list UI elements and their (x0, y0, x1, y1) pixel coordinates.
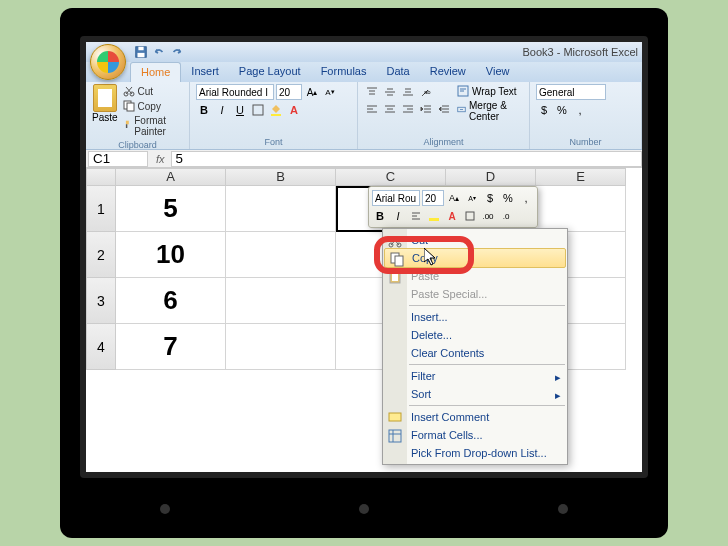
col-header-b[interactable]: B (226, 168, 336, 186)
cell-a1[interactable]: 5 (116, 186, 226, 232)
row-header-4[interactable]: 4 (86, 324, 116, 370)
tab-home[interactable]: Home (130, 62, 181, 82)
ribbon-group-number: $ % , Number (530, 82, 642, 149)
grow-font-icon[interactable]: A▴ (304, 84, 320, 100)
italic-button[interactable]: I (214, 102, 230, 118)
ribbon: Paste Cut (86, 82, 642, 150)
ctx-separator (409, 405, 565, 406)
number-format-combo[interactable] (536, 84, 606, 100)
ctx-sort[interactable]: Sort ▸ (383, 385, 567, 403)
save-icon[interactable] (134, 45, 148, 59)
formula-input[interactable] (171, 151, 642, 167)
font-color-button[interactable]: A (286, 102, 302, 118)
shrink-font-icon[interactable]: A▾ (322, 84, 338, 100)
mini-fill-icon[interactable] (426, 208, 442, 224)
ctx-insert[interactable]: Insert... (383, 308, 567, 326)
mini-size-combo[interactable] (422, 190, 444, 206)
align-left-icon[interactable] (364, 101, 380, 117)
name-box[interactable] (88, 151, 148, 167)
office-button[interactable] (90, 44, 126, 80)
align-center-icon[interactable] (382, 101, 398, 117)
tab-insert[interactable]: Insert (181, 62, 229, 82)
select-all-corner[interactable] (86, 168, 116, 186)
context-menu: Cut Copy Paste Paste Special... (382, 228, 568, 465)
cell-b1[interactable] (226, 186, 336, 232)
svg-rect-20 (392, 273, 398, 281)
col-header-d[interactable]: D (446, 168, 536, 186)
mini-italic-icon[interactable]: I (390, 208, 406, 224)
mini-font-combo[interactable] (372, 190, 420, 206)
currency-icon[interactable]: $ (536, 102, 552, 118)
align-top-icon[interactable] (364, 84, 380, 100)
cut-button[interactable]: Cut (122, 84, 183, 98)
paste-icon (387, 269, 403, 285)
mini-inc-decimal-icon[interactable]: .00 (480, 208, 496, 224)
align-bottom-icon[interactable] (400, 84, 416, 100)
cell-b3[interactable] (226, 278, 336, 324)
ribbon-group-alignment: ab (358, 82, 530, 149)
mini-grow-font-icon[interactable]: A▴ (446, 190, 462, 206)
paste-button[interactable]: Paste (92, 84, 118, 123)
ctx-delete[interactable]: Delete... (383, 326, 567, 344)
scissors-icon (387, 233, 403, 249)
font-name-combo[interactable] (196, 84, 274, 100)
tab-view[interactable]: View (476, 62, 520, 82)
undo-icon[interactable] (152, 45, 166, 59)
ctx-copy[interactable]: Copy (384, 248, 566, 268)
ctx-insert-comment[interactable]: Insert Comment (383, 408, 567, 426)
ctx-paste-label: Paste (411, 270, 439, 282)
row-header-3[interactable]: 3 (86, 278, 116, 324)
col-header-c[interactable]: C (336, 168, 446, 186)
mini-font-color-icon[interactable]: A (444, 208, 460, 224)
border-button[interactable] (250, 102, 266, 118)
percent-icon[interactable]: % (554, 102, 570, 118)
fx-icon[interactable]: fx (150, 153, 171, 165)
svg-rect-8 (253, 105, 263, 115)
mini-toolbar: A▴ A▾ $ % , B I A .00 .0 (368, 186, 538, 228)
mini-comma-icon[interactable]: , (518, 190, 534, 206)
cell-b4[interactable] (226, 324, 336, 370)
cell-e1[interactable] (536, 186, 626, 232)
decrease-indent-icon[interactable] (418, 101, 434, 117)
bold-button[interactable]: B (196, 102, 212, 118)
mini-percent-icon[interactable]: % (500, 190, 516, 206)
row-header-2[interactable]: 2 (86, 232, 116, 278)
copy-button[interactable]: Copy (122, 99, 183, 113)
ctx-pick-dropdown[interactable]: Pick From Drop-down List... (383, 444, 567, 462)
mini-bold-icon[interactable]: B (372, 208, 388, 224)
mini-align-icon[interactable] (408, 208, 424, 224)
merge-center-button[interactable]: Merge & Center (456, 99, 523, 123)
cell-a3[interactable]: 6 (116, 278, 226, 324)
cell-b2[interactable] (226, 232, 336, 278)
mini-border-icon[interactable] (462, 208, 478, 224)
fill-color-button[interactable] (268, 102, 284, 118)
orientation-icon[interactable]: ab (418, 84, 434, 100)
ctx-filter[interactable]: Filter ▸ (383, 367, 567, 385)
tab-data[interactable]: Data (376, 62, 419, 82)
col-header-a[interactable]: A (116, 168, 226, 186)
align-right-icon[interactable] (400, 101, 416, 117)
cell-a4[interactable]: 7 (116, 324, 226, 370)
tab-review[interactable]: Review (420, 62, 476, 82)
ctx-format-cells[interactable]: Format Cells... (383, 426, 567, 444)
col-header-e[interactable]: E (536, 168, 626, 186)
comma-icon[interactable]: , (572, 102, 588, 118)
laptop-dot (359, 504, 369, 514)
mini-shrink-font-icon[interactable]: A▾ (464, 190, 480, 206)
align-middle-icon[interactable] (382, 84, 398, 100)
redo-icon[interactable] (170, 45, 184, 59)
tab-page-layout[interactable]: Page Layout (229, 62, 311, 82)
row-header-1[interactable]: 1 (86, 186, 116, 232)
mini-dec-decimal-icon[interactable]: .0 (498, 208, 514, 224)
mini-currency-icon[interactable]: $ (482, 190, 498, 206)
wrap-text-button[interactable]: Wrap Text (456, 84, 523, 98)
increase-indent-icon[interactable] (436, 101, 452, 117)
format-painter-button[interactable]: Format Painter (122, 114, 183, 138)
underline-button[interactable]: U (232, 102, 248, 118)
tab-formulas[interactable]: Formulas (311, 62, 377, 82)
cell-a2[interactable]: 10 (116, 232, 226, 278)
ctx-clear[interactable]: Clear Contents (383, 344, 567, 362)
font-size-combo[interactable] (276, 84, 302, 100)
ctx-cut[interactable]: Cut (383, 231, 567, 249)
merge-label: Merge & Center (469, 100, 522, 122)
